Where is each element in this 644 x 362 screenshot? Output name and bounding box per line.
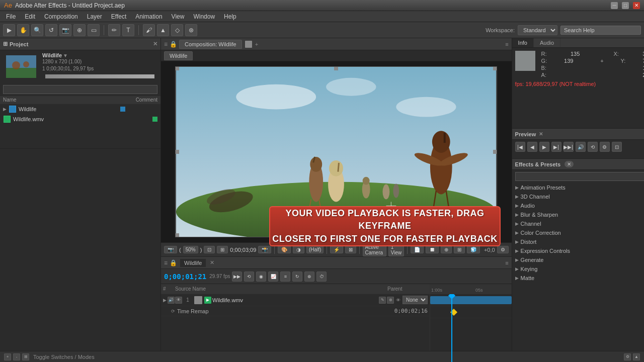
show-layer-btn[interactable]: 📄 bbox=[411, 246, 424, 253]
effects-search-input[interactable] bbox=[515, 172, 644, 181]
preview-prev-frame-btn[interactable]: ◀ bbox=[527, 142, 537, 152]
still-btn[interactable]: 📸 bbox=[258, 246, 271, 253]
layer-parent-select[interactable]: None bbox=[403, 296, 428, 304]
comp-settings-btn[interactable]: ⚙ bbox=[497, 246, 509, 253]
layer-effect-icon[interactable]: ⊛ bbox=[387, 297, 394, 304]
preview-loop-btn[interactable]: ⟲ bbox=[588, 142, 598, 152]
menu-help[interactable]: Help bbox=[220, 12, 240, 21]
tool-camera[interactable]: 📷 bbox=[59, 24, 71, 36]
preview-fullscreen-btn[interactable]: ⊡ bbox=[612, 142, 622, 152]
comp-panel-menu[interactable]: ≡ bbox=[505, 41, 508, 47]
preview-settings-btn[interactable]: ⚙ bbox=[600, 142, 610, 152]
layer-edit-icon[interactable]: ✎ bbox=[379, 297, 386, 304]
tool-brush[interactable]: 🖌 bbox=[143, 24, 155, 36]
tool-zoom[interactable]: 🔍 bbox=[31, 24, 43, 36]
timeline-tab-wildlife[interactable]: Wildlife bbox=[180, 259, 206, 267]
tl-layer-btn[interactable]: ≡ bbox=[280, 272, 290, 282]
layer-row-1[interactable]: ▶ 🔊 👁 1 ▶ Wildlife.wmv ✎ ⊛ 👁 bbox=[161, 294, 430, 306]
effect-category-channel[interactable]: ▶ Channel bbox=[512, 219, 644, 228]
project-search-input[interactable] bbox=[3, 85, 157, 94]
effect-category-blur[interactable]: ▶ Blur & Sharpen bbox=[512, 210, 644, 219]
statusbar-up-icon[interactable]: ▲ bbox=[633, 353, 640, 360]
effect-category-animation-presets[interactable]: ▶ Animation Presets bbox=[512, 183, 644, 192]
layer-audio-icon[interactable]: 🔊 bbox=[168, 297, 175, 304]
tool-pan[interactable]: ⊕ bbox=[73, 24, 86, 36]
project-item-wildlife-comp[interactable]: ▶ Wildlife bbox=[0, 104, 160, 114]
effects-close-badge[interactable]: ✕ bbox=[565, 161, 574, 167]
show-3d-btn[interactable]: 🧊 bbox=[467, 246, 480, 253]
zoom-dropdown[interactable]: 50% bbox=[183, 246, 198, 253]
effect-category-keying[interactable]: ▶ Keying bbox=[512, 264, 644, 274]
alpha-btn[interactable]: ◑ bbox=[293, 246, 304, 253]
effect-category-3d-channel[interactable]: ▶ 3D Channel bbox=[512, 192, 644, 201]
maximize-button[interactable]: □ bbox=[622, 2, 629, 9]
tool-puppet[interactable]: ⊛ bbox=[185, 24, 197, 36]
tool-hand[interactable]: ✋ bbox=[17, 24, 29, 36]
tool-pen[interactable]: ✏ bbox=[108, 24, 120, 36]
menu-animation[interactable]: Animation bbox=[131, 12, 166, 21]
menu-window[interactable]: Window bbox=[189, 12, 219, 21]
snapshot-btn[interactable]: 📷 bbox=[164, 246, 177, 253]
tl-playback-btn[interactable]: ▶▶ bbox=[232, 272, 242, 282]
project-panel-close[interactable]: ✕ bbox=[153, 41, 157, 47]
info-tab-info[interactable]: Info bbox=[512, 38, 534, 47]
menu-composition[interactable]: Composition bbox=[40, 12, 82, 21]
statusbar-btn3[interactable]: ⊞ bbox=[22, 353, 29, 360]
preview-start-btn[interactable]: |◀ bbox=[515, 142, 525, 152]
tl-refresh-btn[interactable]: ↻ bbox=[292, 272, 302, 282]
tl-solo-btn[interactable]: ◉ bbox=[256, 272, 266, 282]
timeline-ruler[interactable]: 1:00s 05s 10s 15s 20s 25s 30s bbox=[430, 284, 512, 294]
show-handle-btn[interactable]: ⊕ bbox=[441, 246, 452, 253]
info-tab-audio[interactable]: Audio bbox=[534, 38, 560, 47]
statusbar-toggle-label[interactable]: Toggle Switches / Modes bbox=[33, 354, 95, 360]
close-button[interactable]: ✕ bbox=[633, 2, 640, 9]
show-grid-btn[interactable]: ⊞ bbox=[454, 246, 465, 253]
fast-preview-btn[interactable]: ⚡ bbox=[330, 246, 343, 253]
workspace-select[interactable]: Standard bbox=[518, 25, 557, 35]
project-item-wildlife-wmv[interactable]: Wildlife.wmv bbox=[0, 114, 160, 124]
tool-text[interactable]: T bbox=[122, 24, 134, 36]
preview-next-frame-btn[interactable]: ▶| bbox=[551, 142, 561, 152]
layer-visible-icon[interactable]: 👁 bbox=[396, 298, 400, 303]
keyframe-1[interactable] bbox=[450, 309, 457, 316]
tl-time-btn[interactable]: ⏱ bbox=[316, 272, 327, 282]
tl-graph-btn[interactable]: 📈 bbox=[268, 272, 278, 282]
statusbar-btn1[interactable]: + bbox=[4, 353, 11, 360]
menu-view[interactable]: View bbox=[168, 12, 189, 21]
transparency-btn[interactable]: ⊠ bbox=[345, 246, 356, 253]
menu-edit[interactable]: Edit bbox=[21, 12, 39, 21]
statusbar-btn2[interactable]: - bbox=[13, 353, 20, 360]
effect-category-distort[interactable]: ▶ Distort bbox=[512, 237, 644, 246]
menu-file[interactable]: File bbox=[2, 12, 20, 21]
tl-parent-btn[interactable]: ⊕ bbox=[304, 272, 314, 282]
search-input[interactable] bbox=[560, 26, 641, 35]
timeline-tab-close[interactable]: ✕ bbox=[210, 259, 214, 266]
fit-btn[interactable]: ⊡ bbox=[204, 246, 215, 253]
tool-rotate[interactable]: ↺ bbox=[45, 24, 57, 36]
composition-tab[interactable]: Composition: Wildlife bbox=[179, 40, 242, 49]
preview-end-btn[interactable]: ▶▶| bbox=[564, 142, 574, 152]
statusbar-settings-icon[interactable]: ⚙ bbox=[624, 353, 631, 360]
layer-expand-icon[interactable]: ▶ bbox=[163, 298, 167, 303]
tool-eraser[interactable]: ◇ bbox=[171, 24, 183, 36]
tl-loop-btn[interactable]: ⟲ bbox=[244, 272, 254, 282]
viewer-tab[interactable]: Wildlife bbox=[164, 51, 193, 60]
effect-category-expression[interactable]: ▶ Expression Controls bbox=[512, 246, 644, 255]
tool-stamp[interactable]: ▲ bbox=[157, 24, 169, 36]
layer-video-icon[interactable]: 👁 bbox=[175, 297, 182, 304]
preview-play-btn[interactable]: ▶ bbox=[539, 142, 549, 152]
grid-btn[interactable]: ⊞ bbox=[217, 246, 228, 253]
menu-layer[interactable]: Layer bbox=[83, 12, 106, 21]
quality-dropdown[interactable]: (Half) bbox=[306, 246, 324, 253]
effect-category-generate[interactable]: ▶ Generate bbox=[512, 255, 644, 264]
effect-category-color-correction[interactable]: ▶ Color Correction bbox=[512, 228, 644, 237]
effect-category-audio[interactable]: ▶ Audio bbox=[512, 201, 644, 210]
timeline-panel-menu[interactable]: ≡ bbox=[505, 260, 508, 266]
tool-select[interactable]: ▶ bbox=[3, 24, 15, 36]
show-mask-btn[interactable]: 🔲 bbox=[426, 246, 439, 253]
menu-effect[interactable]: Effect bbox=[107, 12, 130, 21]
comp-tab-icon[interactable] bbox=[245, 41, 252, 48]
preview-audio-btn[interactable]: 🔊 bbox=[576, 142, 586, 152]
color-btn[interactable]: 🎨 bbox=[278, 246, 291, 253]
minimize-button[interactable]: ─ bbox=[611, 2, 618, 9]
